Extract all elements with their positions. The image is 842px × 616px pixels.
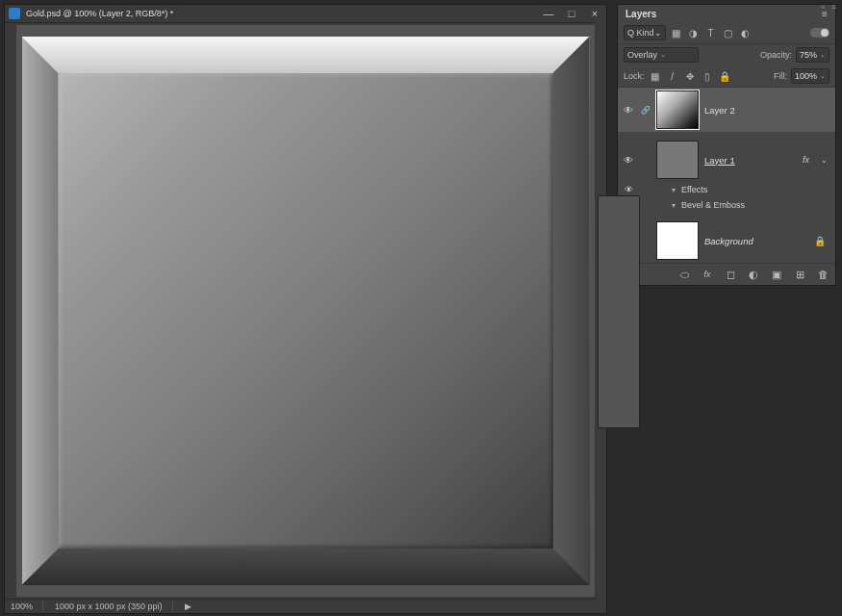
opacity-input[interactable]: 75%⌄ [796, 47, 829, 63]
maximize-button[interactable]: □ [564, 7, 579, 20]
layer-thumbnail[interactable] [656, 141, 699, 179]
lock-artboard-icon[interactable]: ▯ [701, 69, 714, 83]
lock-all-icon[interactable]: 🔒 [718, 69, 731, 83]
blend-mode-dropdown[interactable]: Overlay⌄ [624, 47, 699, 63]
layer-name[interactable]: Layer 2 [704, 105, 831, 116]
trash-icon[interactable]: 🗑 [816, 268, 829, 281]
layer-item[interactable]: 👁 Layer 1 fx ⌄ [618, 138, 835, 182]
filter-shape-icon[interactable]: ▢ [722, 26, 735, 39]
layer-thumbnail[interactable] [656, 221, 699, 260]
document-title: Gold.psd @ 100% (Layer 2, RGB/8*) * [26, 9, 541, 18]
close-button[interactable]: × [587, 7, 602, 20]
canvas[interactable] [22, 37, 590, 585]
effects-group[interactable]: 👁 ▾ Effects [666, 182, 835, 197]
layer-name[interactable]: Background [704, 236, 808, 246]
layer-item[interactable]: 👁 Background 🔒 [618, 218, 835, 263]
chevron-down-icon[interactable]: ⌄ [821, 156, 831, 165]
filter-toggle[interactable] [810, 28, 829, 38]
layers-panel: Layers ≡ Q Kind ⌄ ▦ ◑ T ▢ ◐ [617, 4, 836, 286]
panel-menu-icon[interactable]: ≡ [831, 2, 836, 12]
vertical-scrollbar[interactable] [597, 22, 606, 600]
fx-badge[interactable]: fx [803, 155, 815, 165]
visibility-toggle-icon[interactable]: 👁 [622, 183, 635, 196]
lock-image-icon[interactable]: / [666, 69, 679, 83]
lock-transparency-icon[interactable]: ▦ [649, 69, 662, 83]
filter-smart-icon[interactable]: ◐ [739, 26, 753, 39]
canvas-area[interactable] [16, 25, 595, 597]
fx-icon[interactable]: fx [701, 268, 714, 281]
document-info[interactable]: 1000 px x 1000 px (350 ppi) [55, 602, 173, 611]
lock-fill-row: Lock: ▦ / ✥ ▯ 🔒 Fill: 100%⌄ [618, 65, 835, 88]
filter-adjust-icon[interactable]: ◑ [687, 26, 701, 39]
lock-icon: 🔒 [814, 236, 831, 246]
layer-name[interactable]: Layer 1 [704, 155, 797, 166]
adjustment-icon[interactable]: ◐ [747, 268, 760, 281]
tab-layers[interactable]: Layers [618, 5, 664, 22]
lock-position-icon[interactable]: ✥ [683, 69, 697, 83]
app-icon [9, 8, 20, 19]
fill-input[interactable]: 100%⌄ [791, 68, 829, 84]
fill-label: Fill: [774, 71, 787, 81]
panel-footer: ⬭ fx ◻ ◐ ▣ ⊞ 🗑 [618, 263, 835, 285]
opacity-label: Opacity: [760, 50, 792, 60]
blend-opacity-row: Overlay⌄ Opacity: 75%⌄ [618, 44, 835, 65]
minimize-button[interactable]: — [541, 7, 556, 20]
collapse-panel-icon[interactable]: « [821, 2, 826, 12]
layer-list: 👁 🔗 Layer 2 👁 Layer 1 fx ⌄ 👁 [618, 88, 835, 263]
new-layer-icon[interactable]: ⊞ [793, 268, 806, 281]
status-arrow-icon[interactable]: ▶ [185, 602, 191, 611]
layer-item[interactable]: 👁 🔗 Layer 2 [618, 88, 835, 132]
zoom-level[interactable]: 100% [11, 602, 43, 611]
layer-thumbnail[interactable] [656, 90, 699, 129]
chevron-down-icon: ⌄ [654, 28, 662, 38]
link-layers-icon[interactable]: ⬭ [677, 268, 691, 281]
scrollbar-thumb[interactable] [598, 195, 640, 428]
link-icon[interactable]: 🔗 [641, 106, 651, 115]
title-bar[interactable]: Gold.psd @ 100% (Layer 2, RGB/8*) * — □ … [5, 5, 606, 23]
visibility-toggle-icon[interactable]: 👁 [622, 153, 635, 167]
caret-down-icon: ▾ [672, 186, 676, 194]
layer-filter-row: Q Kind ⌄ ▦ ◑ T ▢ ◐ [618, 22, 835, 44]
filter-kind-dropdown[interactable]: Q Kind ⌄ [624, 25, 666, 40]
effect-name: Bevel & Emboss [681, 200, 745, 210]
document-window: Gold.psd @ 100% (Layer 2, RGB/8*) * — □ … [4, 4, 607, 614]
lock-label: Lock: [624, 71, 645, 81]
effect-item[interactable]: 👁 ▾ Bevel & Emboss [666, 197, 835, 213]
effects-label: Effects [681, 185, 707, 194]
caret-down-icon: ▾ [672, 201, 676, 210]
search-icon: Q [627, 28, 634, 38]
filter-pixel-icon[interactable]: ▦ [670, 26, 683, 39]
group-icon[interactable]: ▣ [770, 268, 783, 281]
status-bar: 100% 1000 px x 1000 px (350 ppi) ▶ [5, 599, 606, 613]
mask-icon[interactable]: ◻ [724, 268, 737, 281]
visibility-toggle-icon[interactable]: 👁 [622, 103, 635, 116]
filter-type-icon[interactable]: T [704, 26, 718, 39]
